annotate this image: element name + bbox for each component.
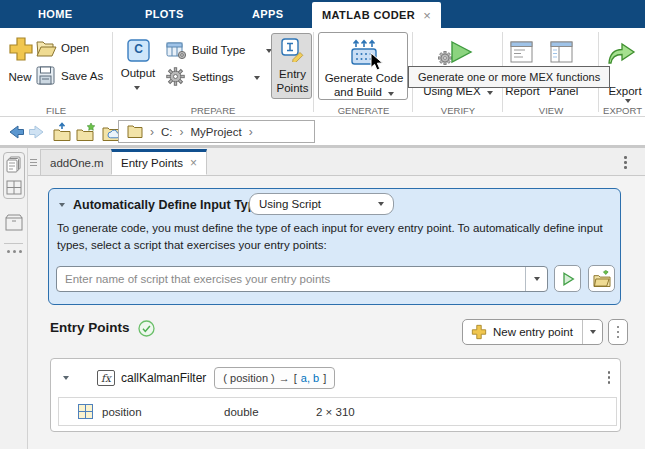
plus-icon — [471, 324, 487, 340]
breadcrumb[interactable]: › C: › MyProject › — [118, 120, 315, 143]
signature-inputs: ( position ) — [223, 372, 274, 384]
matrix-icon — [78, 404, 93, 419]
export-icon[interactable] — [606, 40, 636, 65]
open-folder-icon[interactable] — [36, 40, 57, 57]
side-rail — [0, 148, 28, 449]
settings-button[interactable]: Settings — [192, 71, 234, 83]
entry-points-button[interactable]: Entry Points — [271, 33, 312, 99]
up-folder-icon[interactable] — [52, 122, 72, 142]
chevron-down-icon[interactable] — [625, 99, 631, 103]
card-menu-icon[interactable] — [608, 371, 611, 384]
drag-grip-icon[interactable] — [30, 157, 37, 168]
save-as-icon[interactable] — [36, 66, 55, 85]
breadcrumb-separator: › — [150, 125, 154, 139]
collapse-icon[interactable] — [63, 376, 69, 380]
new-entry-point-label: New entry point — [493, 326, 573, 338]
signature-arrow: → — [279, 372, 290, 384]
section-divider — [313, 32, 314, 112]
panel-icon[interactable] — [550, 41, 574, 64]
variable-type: double — [224, 406, 314, 418]
close-icon[interactable]: × — [423, 8, 431, 23]
ribbon-tab-apps[interactable]: APPS — [252, 0, 284, 28]
script-dropdown-icon[interactable] — [525, 267, 547, 291]
ribbon-tab-bar: HOME PLOTS APPS MATLAB CODER × — [0, 0, 645, 28]
using-mex-icon[interactable] — [437, 39, 475, 67]
check-icon — [138, 320, 155, 337]
collapse-icon[interactable] — [59, 203, 65, 207]
tab-entry-points[interactable]: Entry Points × — [111, 149, 207, 175]
browse-script-button[interactable] — [588, 265, 615, 292]
ribbon-tab-home[interactable]: HOME — [38, 0, 73, 28]
variable-size: 2 × 310 — [316, 406, 355, 418]
input-types-mode-dropdown[interactable]: Using Script — [249, 193, 394, 215]
browse-folder-icon — [593, 270, 611, 287]
signature-bracket-open: [ — [294, 372, 297, 384]
entry-point-card-header[interactable]: fx callKalmanFilter ( position ) → [ a, … — [51, 359, 620, 396]
output-button[interactable]: Output — [115, 67, 161, 79]
side-rail-group — [3, 152, 25, 199]
ribbon-tab-plots[interactable]: PLOTS — [145, 0, 184, 28]
entry-points-menu-button[interactable] — [608, 319, 628, 345]
define-input-types-panel: Automatically Define Input Types Using S… — [48, 188, 621, 305]
back-icon[interactable] — [8, 125, 25, 139]
chevron-down-icon — [487, 91, 493, 95]
output-icon-letter: C — [127, 42, 150, 56]
grid-view-icon[interactable] — [6, 180, 22, 195]
function-icon: fx — [97, 370, 115, 386]
section-label-verify: VERIFY — [414, 105, 502, 116]
entry-point-card: fx callKalmanFilter ( position ) → [ a, … — [50, 358, 621, 432]
ribbon-tab-matlab-coder-label: MATLAB CODER — [322, 9, 415, 21]
chevron-down-icon[interactable] — [254, 76, 260, 80]
breadcrumb-drive[interactable]: C: — [161, 126, 173, 138]
open-button[interactable]: Open — [61, 42, 89, 54]
tab-options-menu-icon[interactable] — [624, 156, 627, 169]
output-c-icon[interactable]: C — [127, 39, 150, 62]
variable-row[interactable]: position double 2 × 310 — [58, 397, 617, 426]
tab-entry-points-label: Entry Points — [121, 157, 183, 169]
tab-addone-label: addOne.m — [50, 157, 104, 169]
section-label-generate: GENERATE — [315, 105, 412, 116]
breadcrumb-separator: › — [180, 125, 184, 139]
signature-outputs: a, b — [301, 372, 319, 384]
function-name: callKalmanFilter — [121, 371, 206, 385]
script-name-input[interactable] — [57, 267, 525, 291]
save-as-button[interactable]: Save As — [61, 70, 103, 82]
panel-title: Automatically Define Input Types — [73, 198, 269, 212]
script-input-combo — [56, 266, 548, 292]
matlab-coder-window: HOME PLOTS APPS MATLAB CODER × New Open — [0, 0, 645, 449]
report-icon[interactable] — [510, 41, 534, 64]
documents-icon[interactable] — [6, 156, 22, 173]
close-icon[interactable]: × — [190, 156, 197, 170]
forward-icon[interactable] — [28, 125, 45, 139]
new-entry-point-button[interactable]: New entry point — [462, 319, 603, 345]
build-type-icon[interactable] — [166, 41, 187, 60]
panel-description: To generate code, you must define the ty… — [57, 220, 617, 254]
chevron-down-icon — [378, 202, 384, 206]
kebab-menu-icon — [617, 326, 620, 339]
address-bar: › C: › MyProject › — [0, 118, 645, 146]
section-label-export: EXPORT — [600, 105, 645, 116]
generate-code-button[interactable]: Generate Code and Build — [318, 32, 408, 100]
section-divider — [112, 32, 113, 112]
play-icon — [560, 271, 576, 287]
entry-points-page: Automatically Define Input Types Using S… — [28, 176, 645, 449]
chevron-down-icon — [388, 92, 394, 96]
new-button[interactable]: New — [0, 71, 40, 83]
entry-points-icon — [281, 38, 305, 62]
new-folder-icon[interactable] — [76, 122, 97, 142]
breadcrumb-folder[interactable]: MyProject — [191, 126, 242, 138]
build-type-button[interactable]: Build Type — [192, 44, 246, 56]
section-label-view: VIEW — [504, 105, 598, 116]
section-label-file: FILE — [0, 105, 112, 116]
more-options-icon[interactable] — [7, 250, 22, 253]
new-entry-point-dropdown[interactable] — [582, 320, 602, 344]
entry-points-heading: Entry Points — [50, 320, 130, 335]
settings-gear-icon[interactable] — [166, 67, 185, 86]
archive-box-icon[interactable] — [5, 214, 23, 231]
chevron-down-icon[interactable] — [134, 86, 140, 90]
ribbon-tab-matlab-coder[interactable]: MATLAB CODER × — [312, 2, 441, 28]
new-plus-icon[interactable] — [8, 36, 34, 62]
breadcrumb-separator: › — [249, 125, 253, 139]
run-script-button[interactable] — [554, 265, 581, 292]
mouse-cursor — [370, 52, 384, 71]
